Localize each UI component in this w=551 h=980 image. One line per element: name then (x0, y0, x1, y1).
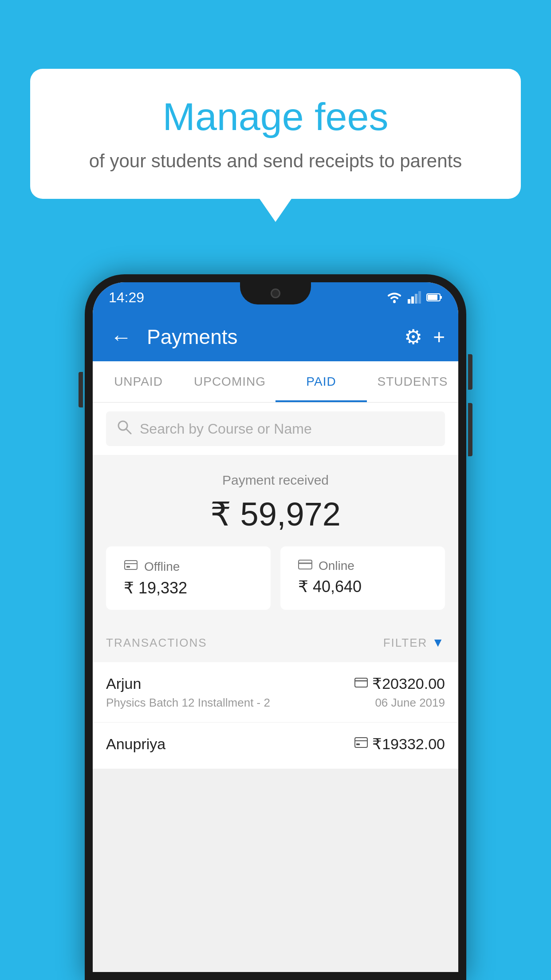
svg-rect-1 (408, 299, 410, 304)
filter-icon: ▼ (432, 636, 445, 650)
offline-breakdown-card: Offline ₹ 19,332 (106, 546, 271, 610)
tab-unpaid[interactable]: UNPAID (93, 361, 184, 402)
app-bar-actions: ⚙ + (404, 325, 445, 349)
offline-amount: ₹ 19,332 (124, 579, 253, 597)
offline-icon (124, 559, 138, 574)
filter-button[interactable]: FILTER ▼ (383, 636, 445, 650)
volume-up-button (468, 354, 472, 390)
status-icons (386, 291, 442, 304)
svg-rect-19 (356, 743, 360, 745)
svg-rect-6 (440, 296, 442, 299)
search-icon (117, 419, 132, 438)
offline-payment-icon (354, 737, 368, 751)
phone-notch (240, 282, 311, 304)
svg-line-9 (126, 429, 131, 434)
transaction-date: 06 June 2019 (375, 696, 445, 710)
payment-summary: Payment received ₹ 59,972 Offline (93, 455, 458, 623)
svg-rect-7 (428, 295, 437, 300)
speech-bubble-title: Manage fees (52, 95, 499, 138)
tab-paid[interactable]: PAID (276, 361, 367, 402)
back-button[interactable]: ← (106, 320, 136, 354)
filter-label: FILTER (383, 636, 428, 650)
svg-rect-10 (125, 561, 137, 569)
app-bar: ← Payments ⚙ + (93, 312, 458, 361)
online-breakdown-card: Online ₹ 40,640 (280, 546, 445, 610)
speech-bubble-container: Manage fees of your students and send re… (30, 69, 521, 199)
svg-rect-12 (126, 566, 130, 568)
search-bar[interactable]: Search by Course or Name (106, 411, 445, 446)
status-time: 14:29 (109, 289, 144, 306)
svg-rect-2 (411, 296, 414, 304)
online-payment-icon (354, 676, 368, 691)
svg-point-0 (393, 300, 396, 303)
svg-rect-3 (415, 294, 417, 304)
transaction-list: Arjun ₹20320.00 Physics Batch 12 Install… (93, 662, 458, 769)
transaction-description: Physics Batch 12 Installment - 2 (106, 696, 270, 710)
tab-students[interactable]: STUDENTS (367, 361, 458, 402)
search-container: Search by Course or Name (93, 403, 458, 455)
transaction-name: Arjun (106, 675, 141, 692)
table-row[interactable]: Arjun ₹20320.00 Physics Batch 12 Install… (93, 662, 458, 723)
transactions-header: TRANSACTIONS FILTER ▼ (93, 623, 458, 662)
online-amount: ₹ 40,640 (298, 577, 427, 596)
table-row[interactable]: Anupriya ₹19332.00 (93, 723, 458, 769)
front-camera (271, 288, 280, 298)
transactions-label: TRANSACTIONS (106, 636, 207, 650)
transaction-amount: ₹19332.00 (372, 735, 445, 753)
svg-rect-15 (355, 678, 367, 687)
payment-label: Payment received (106, 473, 445, 488)
transaction-name: Anupriya (106, 735, 165, 753)
speech-bubble-subtitle: of your students and send receipts to pa… (52, 148, 499, 174)
svg-rect-17 (355, 738, 367, 747)
svg-rect-4 (418, 291, 421, 304)
transaction-amount: ₹20320.00 (372, 675, 445, 692)
tab-upcoming[interactable]: UPCOMING (184, 361, 276, 402)
volume-down-button (468, 403, 472, 456)
battery-icon (426, 292, 442, 302)
payment-breakdown: Offline ₹ 19,332 Online ₹ 4 (106, 546, 445, 610)
svg-rect-13 (299, 560, 312, 569)
settings-button[interactable]: ⚙ (404, 325, 422, 349)
add-button[interactable]: + (433, 325, 445, 349)
wifi-icon (386, 291, 402, 304)
payment-amount: ₹ 59,972 (106, 495, 445, 533)
phone-screen: 14:29 (93, 282, 458, 972)
app-bar-title: Payments (147, 325, 394, 349)
speech-bubble: Manage fees of your students and send re… (30, 69, 521, 199)
online-label: Online (319, 559, 354, 573)
signal-icon (408, 291, 421, 304)
power-button (79, 372, 83, 407)
tabs-container: UNPAID UPCOMING PAID STUDENTS (93, 361, 458, 403)
offline-label: Offline (144, 560, 180, 574)
search-placeholder: Search by Course or Name (140, 421, 312, 437)
online-icon (298, 559, 312, 573)
phone-frame: 14:29 (85, 274, 466, 980)
